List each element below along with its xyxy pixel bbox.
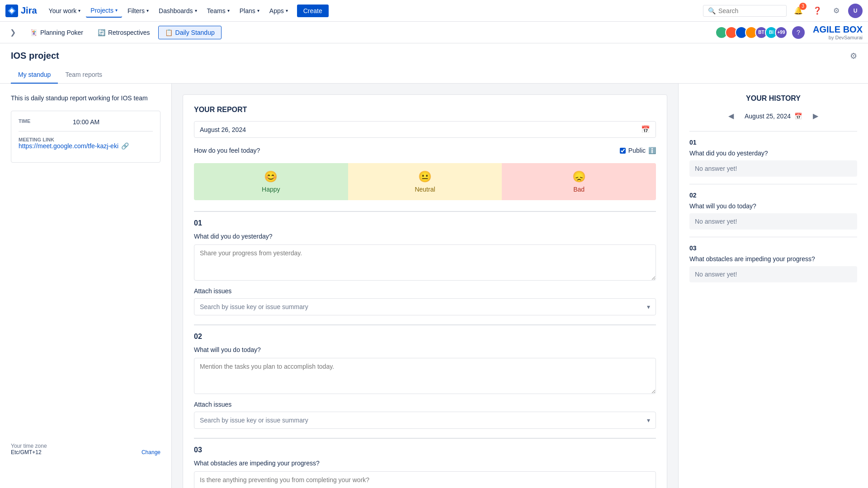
nav-teams[interactable]: Teams ▾ (203, 5, 234, 17)
notification-badge: 3 (799, 3, 807, 10)
search-icon: 🔍 (708, 7, 716, 14)
center-panel: YOUR REPORT August 26, 2024 📅 How do you… (172, 84, 678, 488)
history-divider-1 (689, 131, 857, 131)
plugin-avatars: BT BI +99 (718, 26, 788, 39)
meeting-link-row: MEETING LINK https://meet.google.com/tfe… (19, 137, 153, 150)
attach-label-1: Attach issues (194, 287, 656, 295)
change-timezone-link[interactable]: Change (142, 449, 160, 455)
section-divider-1 (194, 211, 656, 212)
bad-label: Bad (573, 186, 585, 193)
nav-items: Your work ▾ Projects ▾ Filters ▾ Dashboa… (44, 4, 703, 18)
answer-textarea-1[interactable] (194, 244, 656, 281)
sidebar-toggle[interactable]: ❯ (5, 25, 20, 40)
user-avatar[interactable]: U (848, 4, 863, 18)
meeting-link-label: MEETING LINK (19, 137, 153, 142)
link-icon: 🔗 (121, 142, 129, 150)
avatar-count: +99 (775, 26, 788, 39)
section-divider-3 (194, 438, 656, 439)
page-tabs: My standup Team reports (11, 66, 857, 83)
section-num-3: 03 (194, 446, 656, 454)
attach-select-1[interactable]: Search by issue key or issue summary ▾ (194, 298, 656, 315)
link-text: https://meet.google.com/tfe-kazj-eki (19, 142, 118, 150)
tab-retrospectives[interactable]: 🔄 Retrospectives (91, 26, 156, 39)
mood-row: How do you feel today? Public ℹ️ (194, 147, 656, 154)
agile-box-branding: AGILE BOX by DevSamurai (809, 24, 863, 40)
meeting-link[interactable]: https://meet.google.com/tfe-kazj-eki 🔗 (19, 142, 153, 150)
report-title: YOUR REPORT (194, 106, 656, 114)
history-nav: ◀ August 25, 2024 📅 ▶ (689, 110, 857, 122)
section-question-1: What did you do yesterday? (194, 233, 656, 240)
neutral-emoji: 😐 (418, 170, 432, 183)
tab-team-reports[interactable]: Team reports (58, 66, 109, 84)
date-text: August 26, 2024 (200, 126, 246, 133)
section-num-1: 01 (194, 219, 656, 227)
page-settings-icon[interactable]: ⚙ (850, 51, 857, 61)
mood-options: 😊 Happy 😐 Neutral 😞 Bad (194, 163, 656, 200)
nav-projects[interactable]: Projects ▾ (86, 4, 122, 18)
nav-plans[interactable]: Plans ▾ (235, 5, 264, 17)
mood-public-toggle[interactable]: Public ℹ️ (620, 147, 656, 154)
time-label: TIME (19, 118, 73, 126)
search-bar[interactable]: 🔍 (703, 5, 787, 17)
timezone-row: Your time zone Etc/GMT+12 Change (11, 443, 160, 455)
left-panel: This is daily standup report working for… (0, 84, 172, 488)
happy-emoji: 😊 (264, 170, 278, 183)
section-num-2: 02 (194, 333, 656, 341)
attach-select-2[interactable]: Search by issue key or issue summary ▾ (194, 412, 656, 429)
answer-textarea-2[interactable] (194, 358, 656, 394)
tab-planning-poker[interactable]: 🃏 Planning Poker (24, 26, 90, 39)
history-calendar-icon: 📅 (794, 113, 802, 120)
history-question-3: What obstacles are impeding your progres… (689, 255, 857, 263)
history-num-3: 03 (689, 244, 857, 252)
standup-description: This is daily standup report working for… (11, 94, 160, 102)
retrospectives-icon: 🔄 (98, 29, 105, 36)
create-button[interactable]: Create (297, 5, 329, 17)
daily-standup-icon: 📋 (165, 29, 173, 36)
search-input[interactable] (718, 7, 782, 14)
tab-daily-standup[interactable]: 📋 Daily Standup (158, 26, 222, 39)
public-checkbox[interactable] (620, 148, 626, 154)
calendar-icon: 📅 (641, 125, 650, 134)
history-answer-2: No answer yet! (689, 213, 857, 230)
history-num-1: 01 (689, 139, 857, 146)
nav-filters[interactable]: Filters ▾ (123, 5, 153, 17)
logo[interactable]: Jira (5, 5, 37, 17)
nav-your-work[interactable]: Your work ▾ (44, 5, 85, 17)
section-question-3: What obstacles are impeding your progres… (194, 460, 656, 467)
mood-neutral[interactable]: 😐 Neutral (348, 163, 502, 200)
happy-label: Happy (262, 186, 280, 193)
info-card: TIME 10:00 AM MEETING LINK https://meet.… (11, 111, 160, 163)
bad-emoji: 😞 (572, 170, 586, 183)
history-next-button[interactable]: ▶ (809, 110, 822, 122)
history-answer-3: No answer yet! (689, 266, 857, 282)
top-nav: Jira Your work ▾ Projects ▾ Filters ▾ Da… (0, 0, 868, 22)
date-selector[interactable]: August 26, 2024 📅 (194, 121, 656, 138)
nav-right: 🔍 🔔 3 ❓ ⚙ U (703, 4, 863, 18)
history-question-2: What will you do today? (689, 202, 857, 210)
help-button[interactable]: ❓ (810, 4, 825, 18)
settings-button[interactable]: ⚙ (829, 4, 844, 18)
logo-text: Jira (21, 5, 37, 16)
plugin-bar: ❯ 🃏 Planning Poker 🔄 Retrospectives 📋 Da… (0, 22, 868, 43)
time-value: 10:00 AM (73, 118, 99, 126)
plugin-help-button[interactable]: ? (792, 26, 805, 39)
timezone-info: Your time zone Etc/GMT+12 (11, 443, 47, 455)
content-area: This is daily standup report working for… (0, 84, 868, 488)
mood-bad[interactable]: 😞 Bad (502, 163, 656, 200)
answer-textarea-3[interactable] (194, 471, 656, 488)
right-panel: YOUR HISTORY ◀ August 25, 2024 📅 ▶ 01 Wh… (678, 84, 868, 488)
public-info-icon: ℹ️ (648, 147, 656, 154)
report-card: YOUR REPORT August 26, 2024 📅 How do you… (183, 94, 667, 488)
nav-apps[interactable]: Apps ▾ (265, 5, 292, 17)
section-divider-2 (194, 324, 656, 325)
nav-dashboards[interactable]: Dashboards ▾ (154, 5, 202, 17)
history-prev-button[interactable]: ◀ (725, 110, 737, 122)
tab-my-standup[interactable]: My standup (11, 66, 58, 84)
plugin-right: BT BI +99 ? AGILE BOX by DevSamurai (718, 24, 863, 40)
mood-happy[interactable]: 😊 Happy (194, 163, 348, 200)
notifications-button[interactable]: 🔔 3 (791, 4, 806, 18)
history-date: August 25, 2024 📅 (745, 113, 802, 120)
neutral-label: Neutral (415, 186, 435, 193)
main-wrapper: IOS project ⚙ My standup Team reports Th… (0, 43, 868, 488)
attach-chevron-1: ▾ (647, 303, 650, 310)
